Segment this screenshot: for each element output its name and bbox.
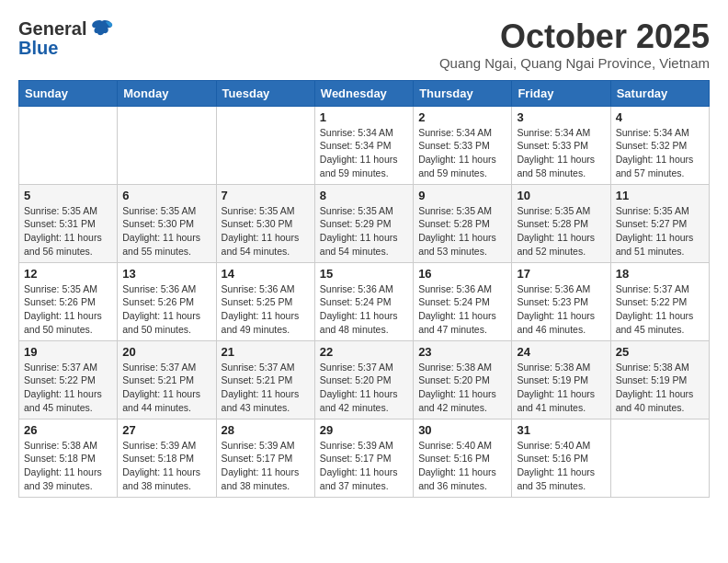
day-info: Sunrise: 5:35 AM Sunset: 5:28 PM Dayligh… xyxy=(418,204,506,259)
day-info: Sunrise: 5:34 AM Sunset: 5:32 PM Dayligh… xyxy=(616,126,704,180)
location: Quang Ngai, Quang Ngai Province, Vietnam xyxy=(439,55,710,71)
day-info: Sunrise: 5:36 AM Sunset: 5:26 PM Dayligh… xyxy=(122,282,210,337)
calendar-cell: 20Sunrise: 5:37 AM Sunset: 5:21 PM Dayli… xyxy=(118,340,216,419)
day-number: 6 xyxy=(122,189,210,202)
day-info: Sunrise: 5:37 AM Sunset: 5:21 PM Dayligh… xyxy=(122,361,210,415)
day-number: 5 xyxy=(24,189,112,202)
month-title: October 2025 xyxy=(439,18,710,55)
day-number: 14 xyxy=(222,267,310,281)
day-number: 9 xyxy=(418,189,506,202)
calendar-cell: 8Sunrise: 5:35 AM Sunset: 5:29 PM Daylig… xyxy=(314,184,413,262)
logo-general-text: General xyxy=(18,18,86,40)
day-number: 18 xyxy=(616,267,704,281)
day-info: Sunrise: 5:38 AM Sunset: 5:19 PM Dayligh… xyxy=(616,361,704,415)
day-number: 19 xyxy=(24,345,112,359)
day-info: Sunrise: 5:36 AM Sunset: 5:24 PM Dayligh… xyxy=(320,282,408,337)
day-info: Sunrise: 5:34 AM Sunset: 5:33 PM Dayligh… xyxy=(517,126,605,180)
day-number: 27 xyxy=(122,423,210,437)
logo-blue-text: Blue xyxy=(18,38,58,59)
day-number: 7 xyxy=(222,189,310,202)
day-info: Sunrise: 5:35 AM Sunset: 5:29 PM Dayligh… xyxy=(320,204,408,259)
calendar-cell xyxy=(19,106,118,184)
day-info: Sunrise: 5:36 AM Sunset: 5:23 PM Dayligh… xyxy=(517,282,605,337)
calendar-cell: 15Sunrise: 5:36 AM Sunset: 5:24 PM Dayli… xyxy=(314,262,413,340)
calendar-cell: 26Sunrise: 5:38 AM Sunset: 5:18 PM Dayli… xyxy=(19,419,118,497)
day-info: Sunrise: 5:35 AM Sunset: 5:26 PM Dayligh… xyxy=(24,282,112,337)
day-info: Sunrise: 5:37 AM Sunset: 5:22 PM Dayligh… xyxy=(616,282,704,337)
calendar-cell: 14Sunrise: 5:36 AM Sunset: 5:25 PM Dayli… xyxy=(216,262,314,340)
calendar-cell: 12Sunrise: 5:35 AM Sunset: 5:26 PM Dayli… xyxy=(19,262,118,340)
day-info: Sunrise: 5:35 AM Sunset: 5:31 PM Dayligh… xyxy=(24,204,112,259)
day-number: 13 xyxy=(122,267,210,281)
calendar-cell: 21Sunrise: 5:37 AM Sunset: 5:21 PM Dayli… xyxy=(216,340,314,419)
logo: General Blue xyxy=(18,18,115,59)
calendar-cell: 18Sunrise: 5:37 AM Sunset: 5:22 PM Dayli… xyxy=(610,262,709,340)
calendar-cell: 10Sunrise: 5:35 AM Sunset: 5:28 PM Dayli… xyxy=(512,184,610,262)
calendar-cell: 19Sunrise: 5:37 AM Sunset: 5:22 PM Dayli… xyxy=(19,340,118,419)
day-info: Sunrise: 5:38 AM Sunset: 5:19 PM Dayligh… xyxy=(517,361,605,415)
calendar-cell: 5Sunrise: 5:35 AM Sunset: 5:31 PM Daylig… xyxy=(19,184,118,262)
weekday-header-monday: Monday xyxy=(118,80,216,106)
day-info: Sunrise: 5:35 AM Sunset: 5:28 PM Dayligh… xyxy=(517,204,605,259)
calendar-header-row: SundayMondayTuesdayWednesdayThursdayFrid… xyxy=(19,80,710,106)
calendar-week-1: 1Sunrise: 5:34 AM Sunset: 5:34 PM Daylig… xyxy=(19,106,710,184)
calendar-cell: 29Sunrise: 5:39 AM Sunset: 5:17 PM Dayli… xyxy=(314,419,413,497)
calendar-cell: 28Sunrise: 5:39 AM Sunset: 5:17 PM Dayli… xyxy=(216,419,314,497)
page-header: General Blue October 2025 Quang Ngai, Qu… xyxy=(18,18,710,71)
day-number: 8 xyxy=(320,189,408,202)
calendar-cell: 13Sunrise: 5:36 AM Sunset: 5:26 PM Dayli… xyxy=(118,262,216,340)
day-info: Sunrise: 5:39 AM Sunset: 5:17 PM Dayligh… xyxy=(320,439,408,493)
title-section: October 2025 Quang Ngai, Quang Ngai Prov… xyxy=(439,18,710,71)
calendar-cell: 6Sunrise: 5:35 AM Sunset: 5:30 PM Daylig… xyxy=(118,184,216,262)
day-info: Sunrise: 5:36 AM Sunset: 5:24 PM Dayligh… xyxy=(418,282,506,337)
day-info: Sunrise: 5:37 AM Sunset: 5:21 PM Dayligh… xyxy=(222,361,310,415)
calendar-cell: 9Sunrise: 5:35 AM Sunset: 5:28 PM Daylig… xyxy=(414,184,512,262)
day-number: 1 xyxy=(320,110,408,124)
calendar-cell: 27Sunrise: 5:39 AM Sunset: 5:18 PM Dayli… xyxy=(118,419,216,497)
day-number: 2 xyxy=(418,110,506,124)
day-number: 21 xyxy=(222,345,310,359)
weekday-header-tuesday: Tuesday xyxy=(216,80,314,106)
day-info: Sunrise: 5:35 AM Sunset: 5:27 PM Dayligh… xyxy=(616,204,704,259)
calendar-week-3: 12Sunrise: 5:35 AM Sunset: 5:26 PM Dayli… xyxy=(19,262,710,340)
calendar-cell: 22Sunrise: 5:37 AM Sunset: 5:20 PM Dayli… xyxy=(314,340,413,419)
calendar-cell: 30Sunrise: 5:40 AM Sunset: 5:16 PM Dayli… xyxy=(414,419,512,497)
day-number: 11 xyxy=(616,189,704,202)
calendar-cell: 31Sunrise: 5:40 AM Sunset: 5:16 PM Dayli… xyxy=(512,419,610,497)
weekday-header-friday: Friday xyxy=(512,80,610,106)
day-number: 15 xyxy=(320,267,408,281)
day-number: 23 xyxy=(418,345,506,359)
day-number: 31 xyxy=(517,423,605,437)
day-info: Sunrise: 5:34 AM Sunset: 5:34 PM Dayligh… xyxy=(320,126,408,180)
day-number: 26 xyxy=(24,423,112,437)
day-info: Sunrise: 5:35 AM Sunset: 5:30 PM Dayligh… xyxy=(222,204,310,259)
calendar-table: SundayMondayTuesdayWednesdayThursdayFrid… xyxy=(18,80,710,498)
calendar-week-5: 26Sunrise: 5:38 AM Sunset: 5:18 PM Dayli… xyxy=(19,419,710,497)
calendar-cell: 3Sunrise: 5:34 AM Sunset: 5:33 PM Daylig… xyxy=(512,106,610,184)
calendar-cell xyxy=(610,419,709,497)
day-info: Sunrise: 5:39 AM Sunset: 5:17 PM Dayligh… xyxy=(222,439,310,493)
day-number: 10 xyxy=(517,189,605,202)
day-info: Sunrise: 5:38 AM Sunset: 5:20 PM Dayligh… xyxy=(418,361,506,415)
calendar-cell: 23Sunrise: 5:38 AM Sunset: 5:20 PM Dayli… xyxy=(414,340,512,419)
calendar-cell: 1Sunrise: 5:34 AM Sunset: 5:34 PM Daylig… xyxy=(314,106,413,184)
calendar-cell: 4Sunrise: 5:34 AM Sunset: 5:32 PM Daylig… xyxy=(610,106,709,184)
day-info: Sunrise: 5:37 AM Sunset: 5:20 PM Dayligh… xyxy=(320,361,408,415)
calendar-week-2: 5Sunrise: 5:35 AM Sunset: 5:31 PM Daylig… xyxy=(19,184,710,262)
calendar-cell: 2Sunrise: 5:34 AM Sunset: 5:33 PM Daylig… xyxy=(414,106,512,184)
day-number: 12 xyxy=(24,267,112,281)
day-number: 29 xyxy=(320,423,408,437)
day-info: Sunrise: 5:40 AM Sunset: 5:16 PM Dayligh… xyxy=(418,439,506,493)
calendar-cell: 7Sunrise: 5:35 AM Sunset: 5:30 PM Daylig… xyxy=(216,184,314,262)
day-number: 20 xyxy=(122,345,210,359)
day-info: Sunrise: 5:35 AM Sunset: 5:30 PM Dayligh… xyxy=(122,204,210,259)
day-info: Sunrise: 5:36 AM Sunset: 5:25 PM Dayligh… xyxy=(222,282,310,337)
day-info: Sunrise: 5:39 AM Sunset: 5:18 PM Dayligh… xyxy=(122,439,210,493)
calendar-cell xyxy=(216,106,314,184)
calendar-cell: 25Sunrise: 5:38 AM Sunset: 5:19 PM Dayli… xyxy=(610,340,709,419)
day-number: 30 xyxy=(418,423,506,437)
day-number: 24 xyxy=(517,345,605,359)
calendar-week-4: 19Sunrise: 5:37 AM Sunset: 5:22 PM Dayli… xyxy=(19,340,710,419)
day-number: 28 xyxy=(222,423,310,437)
logo-bird-icon xyxy=(89,19,115,40)
